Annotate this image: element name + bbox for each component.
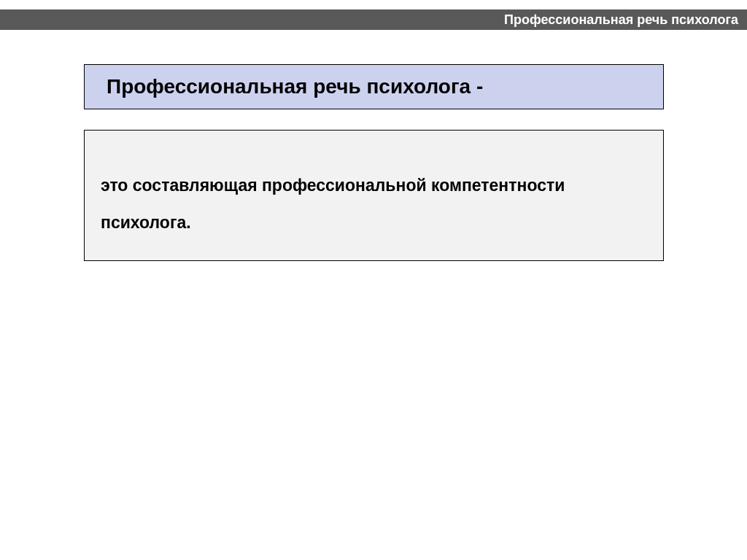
title-text: Профессиональная речь психолога - bbox=[107, 75, 483, 98]
title-box: Профессиональная речь психолога - bbox=[84, 64, 664, 109]
content-text: это составляющая профессиональной компет… bbox=[101, 167, 647, 241]
header-label: Профессиональная речь психолога bbox=[504, 12, 738, 28]
header-bar: Профессиональная речь психолога bbox=[0, 9, 747, 30]
content-box: это составляющая профессиональной компет… bbox=[84, 130, 664, 261]
